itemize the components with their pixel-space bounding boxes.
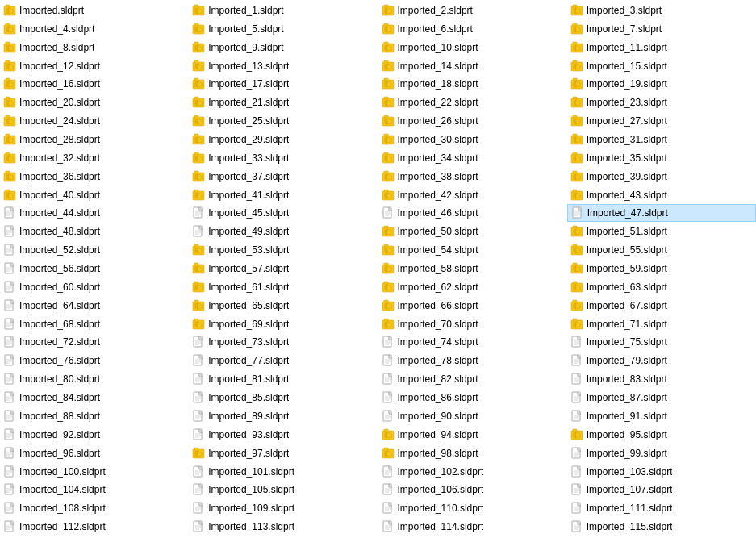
list-item[interactable]: Imported_86.sldprt	[378, 389, 567, 407]
list-item[interactable]: Imported_32.sldprt	[0, 149, 189, 167]
list-item[interactable]: Imported_53.sldprt	[189, 241, 378, 259]
list-item[interactable]: Imported_7.sldprt	[567, 20, 756, 38]
list-item[interactable]: Imported_109.sldprt	[189, 499, 378, 517]
list-item[interactable]: Imported_63.sldprt	[567, 278, 756, 296]
list-item[interactable]: Imported_96.sldprt	[0, 444, 189, 462]
list-item[interactable]: Imported_94.sldprt	[378, 426, 567, 444]
list-item[interactable]: Imported_108.sldprt	[0, 499, 189, 517]
list-item[interactable]: Imported_43.sldprt	[567, 186, 756, 204]
list-item[interactable]: Imported_64.sldprt	[0, 297, 189, 315]
list-item[interactable]: Imported_80.sldprt	[0, 370, 189, 388]
list-item[interactable]: Imported_58.sldprt	[378, 260, 567, 277]
list-item[interactable]: Imported_46.sldprt	[378, 204, 567, 222]
list-item[interactable]: Imported_18.sldprt	[378, 75, 567, 93]
list-item[interactable]: Imported_10.sldprt	[378, 39, 567, 56]
list-item[interactable]: Imported_59.sldprt	[567, 260, 756, 277]
list-item[interactable]: Imported_45.sldprt	[189, 204, 378, 222]
list-item[interactable]: Imported_39.sldprt	[567, 168, 756, 186]
list-item[interactable]: Imported_1.sldprt	[189, 2, 378, 19]
list-item[interactable]: Imported_72.sldprt	[0, 333, 189, 351]
list-item[interactable]: Imported_38.sldprt	[378, 168, 567, 186]
list-item[interactable]: Imported_30.sldprt	[378, 131, 567, 148]
list-item[interactable]: Imported_69.sldprt	[189, 315, 378, 333]
list-item[interactable]: Imported_33.sldprt	[189, 149, 378, 167]
list-item[interactable]: Imported_12.sldprt	[0, 57, 189, 75]
list-item[interactable]: Imported_85.sldprt	[189, 389, 378, 407]
list-item[interactable]: Imported_99.sldprt	[567, 444, 756, 462]
list-item[interactable]: Imported_114.sldprt	[378, 518, 567, 536]
list-item[interactable]: Imported.sldprt	[0, 2, 189, 19]
list-item[interactable]: Imported_6.sldprt	[378, 20, 567, 38]
list-item[interactable]: Imported_31.sldprt	[567, 131, 756, 148]
list-item[interactable]: Imported_50.sldprt	[378, 223, 567, 240]
list-item[interactable]: Imported_37.sldprt	[189, 168, 378, 186]
list-item[interactable]: Imported_52.sldprt	[0, 241, 189, 259]
list-item[interactable]: Imported_71.sldprt	[567, 315, 756, 333]
list-item[interactable]: Imported_107.sldprt	[567, 481, 756, 498]
list-item[interactable]: Imported_76.sldprt	[0, 352, 189, 369]
list-item[interactable]: Imported_75.sldprt	[567, 333, 756, 351]
list-item[interactable]: Imported_92.sldprt	[0, 426, 189, 444]
list-item[interactable]: Imported_41.sldprt	[189, 186, 378, 204]
list-item[interactable]: Imported_20.sldprt	[0, 94, 189, 111]
list-item[interactable]: Imported_15.sldprt	[567, 57, 756, 75]
list-item[interactable]: Imported_115.sldprt	[567, 518, 756, 536]
file-list[interactable]: Imported.sldprt Imported_1.sldprt Import…	[0, 0, 756, 538]
list-item[interactable]: Imported_87.sldprt	[567, 389, 756, 407]
list-item[interactable]: Imported_65.sldprt	[189, 297, 378, 315]
list-item[interactable]: Imported_61.sldprt	[189, 278, 378, 296]
list-item[interactable]: Imported_74.sldprt	[378, 333, 567, 351]
list-item[interactable]: Imported_106.sldprt	[378, 481, 567, 498]
list-item[interactable]: Imported_84.sldprt	[0, 389, 189, 407]
list-item[interactable]: Imported_82.sldprt	[378, 370, 567, 388]
list-item[interactable]: Imported_23.sldprt	[567, 94, 756, 111]
list-item[interactable]: Imported_77.sldprt	[189, 352, 378, 369]
list-item[interactable]: Imported_62.sldprt	[378, 278, 567, 296]
list-item[interactable]: Imported_98.sldprt	[378, 444, 567, 462]
list-item[interactable]: Imported_60.sldprt	[0, 278, 189, 296]
list-item[interactable]: Imported_97.sldprt	[189, 444, 378, 462]
list-item[interactable]: Imported_73.sldprt	[189, 333, 378, 351]
list-item[interactable]: Imported_42.sldprt	[378, 186, 567, 204]
list-item[interactable]: Imported_66.sldprt	[378, 297, 567, 315]
list-item[interactable]: Imported_81.sldprt	[189, 370, 378, 388]
list-item[interactable]: Imported_25.sldprt	[189, 112, 378, 130]
list-item[interactable]: Imported_19.sldprt	[567, 75, 756, 93]
list-item[interactable]: Imported_44.sldprt	[0, 204, 189, 222]
list-item[interactable]: Imported_21.sldprt	[189, 94, 378, 111]
list-item[interactable]: Imported_70.sldprt	[378, 315, 567, 333]
list-item[interactable]: Imported_27.sldprt	[567, 112, 756, 130]
list-item[interactable]: Imported_13.sldprt	[189, 57, 378, 75]
list-item[interactable]: Imported_3.sldprt	[567, 2, 756, 19]
list-item[interactable]: Imported_90.sldprt	[378, 407, 567, 425]
list-item[interactable]: Imported_54.sldprt	[378, 241, 567, 259]
list-item[interactable]: Imported_29.sldprt	[189, 131, 378, 148]
list-item[interactable]: Imported_17.sldprt	[189, 75, 378, 93]
list-item[interactable]: Imported_22.sldprt	[378, 94, 567, 111]
list-item[interactable]: Imported_56.sldprt	[0, 260, 189, 277]
list-item[interactable]: Imported_2.sldprt	[378, 2, 567, 19]
list-item[interactable]: Imported_113.sldprt	[189, 518, 378, 536]
list-item[interactable]: Imported_105.sldprt	[189, 481, 378, 498]
list-item[interactable]: Imported_5.sldprt	[189, 20, 378, 38]
list-item[interactable]: Imported_110.sldprt	[378, 499, 567, 517]
list-item[interactable]: Imported_8.sldprt	[0, 39, 189, 56]
list-item[interactable]: Imported_83.sldprt	[567, 370, 756, 388]
list-item[interactable]: Imported_40.sldprt	[0, 186, 189, 204]
list-item[interactable]: Imported_68.sldprt	[0, 315, 189, 333]
list-item[interactable]: Imported_26.sldprt	[378, 112, 567, 130]
list-item[interactable]: Imported_14.sldprt	[378, 57, 567, 75]
list-item[interactable]: Imported_100.sldprt	[0, 463, 189, 481]
list-item[interactable]: Imported_111.sldprt	[567, 499, 756, 517]
list-item[interactable]: Imported_35.sldprt	[567, 149, 756, 167]
list-item[interactable]: Imported_79.sldprt	[567, 352, 756, 369]
list-item[interactable]: Imported_102.sldprt	[378, 463, 567, 481]
list-item[interactable]: Imported_103.sldprt	[567, 463, 756, 481]
list-item[interactable]: Imported_112.sldprt	[0, 518, 189, 536]
list-item[interactable]: Imported_91.sldprt	[567, 407, 756, 425]
list-item[interactable]: Imported_67.sldprt	[567, 297, 756, 315]
list-item[interactable]: Imported_28.sldprt	[0, 131, 189, 148]
list-item[interactable]: Imported_88.sldprt	[0, 407, 189, 425]
list-item[interactable]: Imported_9.sldprt	[189, 39, 378, 56]
list-item[interactable]: Imported_34.sldprt	[378, 149, 567, 167]
